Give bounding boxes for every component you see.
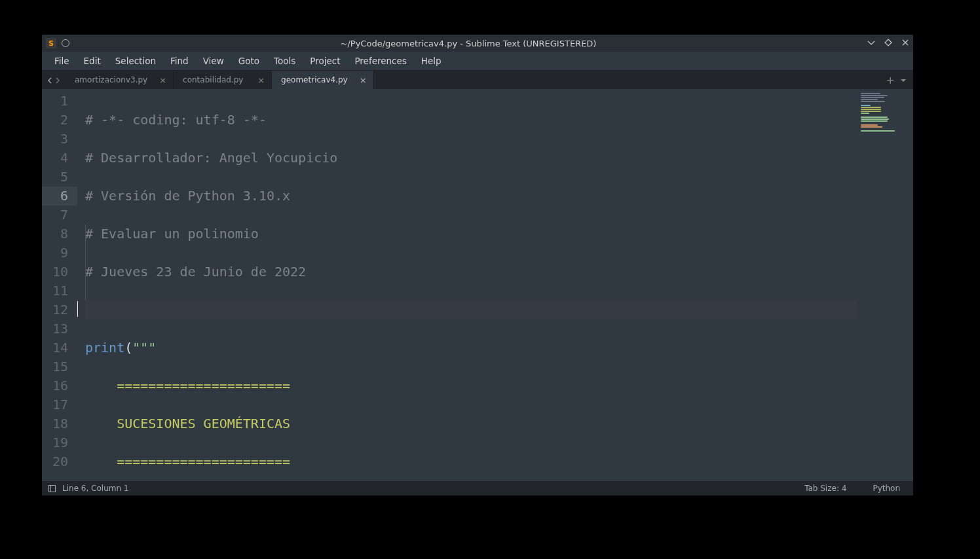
app-icon: S <box>46 38 56 48</box>
line-number[interactable]: 18 <box>42 414 77 433</box>
code-content[interactable]: # -*- coding: utf-8 -*- # Desarrollador:… <box>77 89 857 481</box>
editor-area[interactable]: 1234567891011121314151617181920 # -*- co… <box>42 89 913 481</box>
line-number[interactable]: 17 <box>42 395 77 414</box>
tab-label: amortizacionv3.py <box>75 75 147 84</box>
line-number[interactable]: 14 <box>42 338 77 357</box>
tab-geometrica[interactable]: geometricav4.py × <box>272 71 374 89</box>
code-fn: print <box>85 340 124 355</box>
line-number[interactable]: 16 <box>42 376 77 395</box>
statusbar: Line 6, Column 1 Tab Size: 4 Python <box>42 481 913 496</box>
tab-nav <box>42 71 66 89</box>
tab-label: geometricav4.py <box>281 75 348 84</box>
tab-history-back-icon[interactable] <box>47 74 52 86</box>
code-string: ====================== <box>85 454 290 469</box>
line-number[interactable]: 11 <box>42 281 77 300</box>
code-string: ====================== <box>85 378 290 393</box>
tab-close-icon[interactable]: × <box>159 75 166 85</box>
line-number[interactable]: 15 <box>42 357 77 376</box>
line-number[interactable]: 6 <box>42 187 77 206</box>
line-number[interactable]: 9 <box>42 243 77 262</box>
tab-amortizacion[interactable]: amortizacionv3.py × <box>66 71 174 89</box>
code-comment: # Desarrollador: Angel Yocupicio <box>85 150 337 166</box>
line-number[interactable]: 4 <box>42 149 77 168</box>
new-tab-icon[interactable]: + <box>886 74 895 86</box>
line-number[interactable]: 5 <box>42 168 77 187</box>
close-icon[interactable] <box>901 39 909 48</box>
minimap[interactable] <box>857 89 913 481</box>
tab-close-icon[interactable]: × <box>360 75 367 85</box>
syntax-mode[interactable]: Python <box>873 484 900 493</box>
tab-contabilidad[interactable]: contabilidad.py × <box>174 71 272 89</box>
code-comment: # Versión de Python 3.10.x <box>85 188 290 204</box>
line-number[interactable]: 19 <box>42 433 77 452</box>
menu-file[interactable]: File <box>47 53 77 69</box>
editor-window: S ~/PyCode/geometricav4.py - Sublime Tex… <box>42 35 913 496</box>
line-number[interactable]: 7 <box>42 206 77 225</box>
menu-preferences[interactable]: Preferences <box>347 53 413 69</box>
line-number[interactable]: 2 <box>42 111 77 130</box>
menu-find[interactable]: Find <box>163 53 196 69</box>
line-number[interactable]: 3 <box>42 130 77 149</box>
panel-switcher-icon[interactable] <box>48 485 56 492</box>
menu-goto[interactable]: Goto <box>231 53 267 69</box>
menu-edit[interactable]: Edit <box>77 53 108 69</box>
titlebar: S ~/PyCode/geometricav4.py - Sublime Tex… <box>42 35 913 52</box>
tab-history-forward-icon[interactable] <box>55 74 60 86</box>
cursor-position[interactable]: Line 6, Column 1 <box>62 484 129 493</box>
code-comment: # Jueves 23 de Junio de 2022 <box>85 264 306 280</box>
line-number[interactable]: 12 <box>42 300 77 319</box>
line-number[interactable]: 1 <box>42 92 77 111</box>
code-string: SUCESIONES GEOMÉTRICAS <box>85 416 290 431</box>
window-title: ~/PyCode/geometricav4.py - Sublime Text … <box>69 39 867 48</box>
line-number[interactable]: 20 <box>42 452 77 471</box>
line-number[interactable]: 13 <box>42 319 77 338</box>
line-number[interactable]: 10 <box>42 262 77 281</box>
tab-dropdown-icon[interactable] <box>900 74 907 86</box>
tab-close-icon[interactable]: × <box>257 75 265 85</box>
menu-project[interactable]: Project <box>303 53 347 69</box>
menubar: File Edit Selection Find View Goto Tools… <box>42 52 913 71</box>
text-cursor <box>77 301 78 317</box>
code-comment: # Evaluar un polinomio <box>85 226 259 242</box>
menu-tools[interactable]: Tools <box>267 53 303 69</box>
menu-help[interactable]: Help <box>414 53 449 69</box>
modified-indicator-icon <box>62 39 69 47</box>
menu-selection[interactable]: Selection <box>108 53 163 69</box>
gutter[interactable]: 1234567891011121314151617181920 <box>42 89 77 481</box>
tabbar: amortizacionv3.py × contabilidad.py × ge… <box>42 71 913 89</box>
minimize-icon[interactable] <box>867 39 875 48</box>
code-comment: # -*- coding: utf-8 -*- <box>85 112 267 128</box>
tab-size[interactable]: Tab Size: 4 <box>804 484 846 493</box>
indent-guide <box>85 225 86 300</box>
maximize-icon[interactable] <box>884 39 892 48</box>
line-number[interactable]: 8 <box>42 225 77 243</box>
menu-view[interactable]: View <box>196 53 231 69</box>
tab-label: contabilidad.py <box>183 75 243 84</box>
